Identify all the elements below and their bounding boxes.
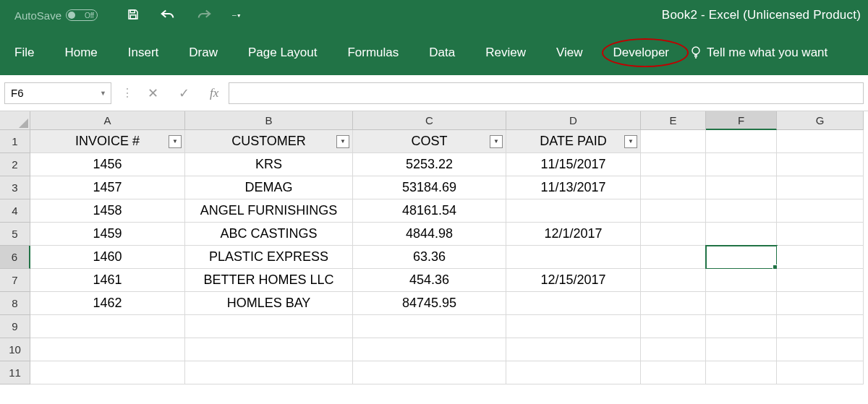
tab-view[interactable]: View	[556, 40, 583, 66]
tab-draw[interactable]: Draw	[189, 40, 218, 66]
cell-C7[interactable]: 454.36	[353, 269, 506, 292]
tab-developer[interactable]: Developer	[613, 40, 670, 66]
cell-C2[interactable]: 5253.22	[353, 153, 506, 176]
cell-A10[interactable]	[30, 338, 185, 361]
filter-button-C[interactable]: ▼	[490, 135, 503, 148]
cell-B9[interactable]	[185, 315, 353, 338]
column-header-F[interactable]: F	[706, 111, 777, 130]
cell-G1[interactable]	[777, 130, 864, 153]
cell-E3[interactable]	[641, 176, 706, 199]
cell-A11[interactable]	[30, 361, 185, 384]
autosave-toggle[interactable]: AutoSave Off	[14, 9, 98, 22]
column-header-E[interactable]: E	[641, 111, 706, 130]
cell-G3[interactable]	[777, 176, 864, 199]
cell-E8[interactable]	[641, 292, 706, 315]
cell-B8[interactable]: HOMLES BAY	[185, 292, 353, 315]
cell-E1[interactable]	[641, 130, 706, 153]
cell-F8[interactable]	[706, 292, 777, 315]
cell-B2[interactable]: KRS	[185, 153, 353, 176]
cell-E9[interactable]	[641, 315, 706, 338]
cell-D6[interactable]	[506, 246, 641, 269]
tab-review[interactable]: Review	[485, 40, 526, 66]
cell-E4[interactable]	[641, 199, 706, 223]
row-header-7[interactable]: 7	[0, 269, 30, 292]
cell-B5[interactable]: ABC CASTINGS	[185, 223, 353, 246]
save-icon[interactable]	[127, 8, 140, 23]
cell-G11[interactable]	[777, 361, 864, 384]
column-header-A[interactable]: A	[30, 111, 185, 130]
cell-A4[interactable]: 1458	[30, 199, 185, 223]
cell-A7[interactable]: 1461	[30, 269, 185, 292]
cell-D8[interactable]	[506, 292, 641, 315]
cell-G9[interactable]	[777, 315, 864, 338]
cell-D1[interactable]: DATE PAID▼	[506, 130, 641, 153]
enter-icon[interactable]: ✓	[179, 85, 190, 101]
cell-E6[interactable]	[641, 246, 706, 269]
cell-A5[interactable]: 1459	[30, 223, 185, 246]
cell-C9[interactable]	[353, 315, 506, 338]
cell-D9[interactable]	[506, 315, 641, 338]
row-header-3[interactable]: 3	[0, 176, 30, 199]
cell-C10[interactable]	[353, 338, 506, 361]
cell-C8[interactable]: 84745.95	[353, 292, 506, 315]
row-header-2[interactable]: 2	[0, 153, 30, 176]
cell-D7[interactable]: 12/15/2017	[506, 269, 641, 292]
tab-home[interactable]: Home	[64, 40, 97, 66]
cell-E10[interactable]	[641, 338, 706, 361]
cell-D10[interactable]	[506, 338, 641, 361]
cell-F6[interactable]	[706, 246, 777, 269]
cell-D11[interactable]	[506, 361, 641, 384]
cancel-icon[interactable]: ✕	[148, 85, 158, 101]
cell-C6[interactable]: 63.36	[353, 246, 506, 269]
cell-A3[interactable]: 1457	[30, 176, 185, 199]
cell-A1[interactable]: INVOICE #▼	[30, 130, 185, 153]
tab-insert[interactable]: Insert	[128, 40, 159, 66]
tab-file[interactable]: File	[14, 40, 34, 66]
cell-A8[interactable]: 1462	[30, 292, 185, 315]
cell-C5[interactable]: 4844.98	[353, 223, 506, 246]
tab-data[interactable]: Data	[429, 40, 455, 66]
cell-G2[interactable]	[777, 153, 864, 176]
filter-button-D[interactable]: ▼	[624, 135, 637, 148]
cell-F3[interactable]	[706, 176, 777, 199]
qat-customize-icon[interactable]: ─▼	[232, 12, 241, 19]
cell-G10[interactable]	[777, 338, 864, 361]
spreadsheet-grid[interactable]: ABCDEFG1INVOICE #▼CUSTOMER▼COST▼DATE PAI…	[0, 111, 868, 384]
cell-A9[interactable]	[30, 315, 185, 338]
tell-me-search[interactable]: Tell me what you want	[691, 46, 827, 60]
cell-G8[interactable]	[777, 292, 864, 315]
row-header-5[interactable]: 5	[0, 223, 30, 246]
cell-G4[interactable]	[777, 199, 864, 223]
tab-page-layout[interactable]: Page Layout	[248, 40, 317, 66]
column-header-D[interactable]: D	[506, 111, 641, 130]
cell-B10[interactable]	[185, 338, 353, 361]
cell-E11[interactable]	[641, 361, 706, 384]
cell-D3[interactable]: 11/13/2017	[506, 176, 641, 199]
cell-F5[interactable]	[706, 223, 777, 246]
tab-formulas[interactable]: Formulas	[347, 40, 399, 66]
cell-B6[interactable]: PLASTIC EXPRESS	[185, 246, 353, 269]
cell-E2[interactable]	[641, 153, 706, 176]
formula-input[interactable]	[229, 82, 864, 104]
select-all-corner[interactable]	[0, 111, 30, 130]
cell-B4[interactable]: ANGEL FURNISHINGS	[185, 199, 353, 223]
cell-F1[interactable]	[706, 130, 777, 153]
name-box[interactable]: F6 ▼	[4, 82, 111, 104]
cell-F10[interactable]	[706, 338, 777, 361]
cell-E5[interactable]	[641, 223, 706, 246]
cell-G7[interactable]	[777, 269, 864, 292]
column-header-B[interactable]: B	[185, 111, 353, 130]
cell-F7[interactable]	[706, 269, 777, 292]
cell-F9[interactable]	[706, 315, 777, 338]
cell-C4[interactable]: 48161.54	[353, 199, 506, 223]
filter-button-B[interactable]: ▼	[336, 135, 349, 148]
autosave-switch[interactable]: Off	[66, 9, 98, 21]
row-header-9[interactable]: 9	[0, 315, 30, 338]
insert-function-icon[interactable]: fx	[210, 86, 218, 100]
cell-A6[interactable]: 1460	[30, 246, 185, 269]
cell-D5[interactable]: 12/1/2017	[506, 223, 641, 246]
cell-G5[interactable]	[777, 223, 864, 246]
row-header-8[interactable]: 8	[0, 292, 30, 315]
cell-B7[interactable]: BETTER HOMES LLC	[185, 269, 353, 292]
filter-button-A[interactable]: ▼	[169, 135, 182, 148]
